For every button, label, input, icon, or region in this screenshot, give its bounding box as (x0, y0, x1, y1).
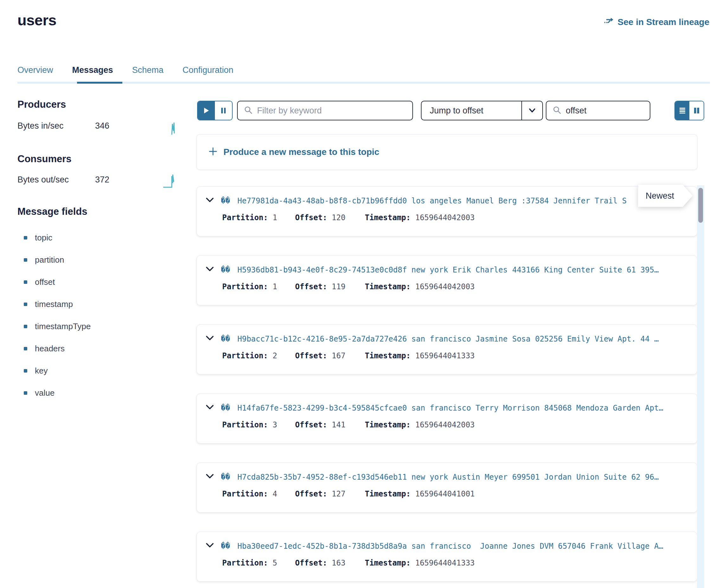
message-preview[interactable]: H5936db81-b943-4e0f-8c29-74513e0c0d8f ne… (238, 266, 688, 276)
timestamp-field: Timestamp: 1659644042003 (365, 213, 475, 222)
message-meta: Partition: 5 Offset: 163 Timestamp: 1659… (197, 559, 697, 570)
chevron-down-icon[interactable] (206, 474, 214, 481)
message-row[interactable]: �� Hba30eed7-1edc-452b-8b1a-738d3b5d8a9a… (197, 532, 697, 582)
field-bullet-icon (24, 236, 27, 239)
field-label: partition (35, 255, 64, 265)
offset-field: Offset: 119 (295, 282, 346, 291)
produce-message-button[interactable]: Produce a new message to this topic (197, 134, 697, 170)
offset-field: Offset: 141 (295, 420, 346, 429)
play-button[interactable] (198, 101, 215, 120)
chevron-down-icon[interactable] (206, 267, 214, 273)
bytes-in-label: Bytes in/sec (17, 121, 64, 131)
message-preview[interactable]: H9bacc71c-b12c-4216-8e95-2a7da727e426 sa… (238, 335, 688, 345)
field-item-topic[interactable]: topic (24, 233, 52, 243)
field-bullet-icon (24, 369, 27, 373)
message-row[interactable]: �� He77981da-4a43-48ab-b8f8-cb71b96ffdd0… (197, 186, 697, 236)
partition-field: Partition: 1 (222, 213, 277, 222)
field-item-timestampType[interactable]: timestampType (24, 321, 91, 331)
list-view-button[interactable] (675, 101, 689, 120)
offset-field: Offset: 163 (295, 559, 346, 567)
newest-tooltip: Newest (638, 185, 693, 207)
message-meta: Partition: 2 Offset: 167 Timestamp: 1659… (197, 351, 697, 363)
column-view-button[interactable] (689, 101, 704, 120)
field-label: offset (35, 277, 55, 287)
bytes-out-label: Bytes out/sec (17, 175, 69, 185)
message-key-icon: �� (221, 403, 230, 412)
partition-field: Partition: 1 (222, 282, 277, 291)
bytes-out-sparkline (163, 174, 178, 189)
field-item-timestamp[interactable]: timestamp (24, 299, 73, 309)
message-row[interactable]: �� H7cda825b-35b7-4952-88ef-c193d546eb11… (197, 463, 697, 512)
lineage-arrows-icon (604, 17, 614, 27)
field-item-headers[interactable]: headers (24, 344, 65, 354)
tabs-bar: OverviewMessagesSchemaConfiguration (17, 65, 233, 83)
filter-input[interactable] (257, 106, 406, 115)
scrollbar-thumb[interactable] (698, 188, 703, 223)
tab-messages[interactable]: Messages (72, 65, 113, 83)
field-bullet-icon (24, 302, 27, 306)
chevron-down-icon[interactable] (206, 336, 214, 342)
newest-label: Newest (638, 185, 693, 207)
chevron-down-icon[interactable] (206, 404, 214, 412)
produce-message-label: Produce a new message to this topic (224, 147, 379, 157)
message-preview[interactable]: H7cda825b-35b7-4952-88ef-c193d546eb11 ne… (238, 473, 688, 483)
plus-icon (209, 147, 217, 157)
search-icon (244, 106, 253, 115)
message-preview[interactable]: H14fa67fe-5823-4299-b3c4-595845cfcae0 sa… (238, 404, 688, 414)
partition-field: Partition: 4 (222, 489, 277, 498)
message-meta: Partition: 4 Offset: 127 Timestamp: 1659… (197, 489, 697, 501)
message-key-icon: �� (221, 542, 230, 550)
bytes-in-value: 346 (95, 121, 109, 131)
message-key-icon: �� (221, 265, 230, 274)
field-label: key (35, 366, 47, 376)
timestamp-field: Timestamp: 1659644041333 (365, 559, 475, 567)
field-bullet-icon (24, 280, 27, 284)
active-tab-underline (77, 82, 122, 84)
bytes-out-value: 372 (95, 175, 109, 185)
field-item-key[interactable]: key (24, 366, 47, 376)
lineage-label: See in Stream lineage (618, 17, 709, 27)
field-label: value (35, 388, 55, 398)
message-preview[interactable]: Hba30eed7-1edc-452b-8b1a-738d3b5d8a9a sa… (238, 542, 688, 552)
chevron-down-icon[interactable] (206, 197, 214, 204)
message-preview[interactable]: He77981da-4a43-48ab-b8f8-cb71b96ffdd0 lo… (238, 196, 688, 207)
offset-field: Offset: 167 (295, 351, 346, 360)
message-row[interactable]: �� H14fa67fe-5823-4299-b3c4-595845cfcae0… (197, 394, 697, 443)
offset-field: Offset: 120 (295, 213, 346, 222)
field-item-offset[interactable]: offset (24, 277, 55, 287)
offset-input[interactable] (566, 106, 678, 115)
jump-to-offset-select[interactable]: Jump to offset (421, 101, 543, 120)
pause-button[interactable] (215, 101, 232, 120)
message-key-icon: �� (221, 472, 230, 481)
timestamp-field: Timestamp: 1659644041333 (365, 351, 475, 360)
producers-heading: Producers (17, 99, 66, 110)
partition-field: Partition: 3 (222, 420, 277, 429)
offset-search-box (546, 101, 651, 120)
message-meta: Partition: 3 Offset: 141 Timestamp: 1659… (197, 420, 697, 432)
field-label: timestamp (35, 299, 73, 309)
filter-box (237, 101, 413, 120)
field-bullet-icon (24, 325, 27, 328)
message-key-icon: �� (221, 334, 230, 343)
tab-configuration[interactable]: Configuration (183, 65, 233, 83)
field-bullet-icon (24, 391, 27, 395)
field-item-partition[interactable]: partition (24, 255, 64, 265)
jump-to-offset-label: Jump to offset (421, 106, 521, 115)
tab-overview[interactable]: Overview (17, 65, 53, 83)
bytes-in-sparkline (170, 122, 177, 137)
topic-messages-page: users See in Stream lineage OverviewMess… (0, 0, 722, 588)
tab-schema[interactable]: Schema (132, 65, 164, 83)
timestamp-field: Timestamp: 1659644041001 (365, 489, 475, 498)
chevron-down-icon[interactable] (206, 543, 214, 550)
message-row[interactable]: �� H9bacc71c-b12c-4216-8e95-2a7da727e426… (197, 324, 697, 375)
scrollbar-track[interactable] (697, 185, 704, 588)
field-label: topic (35, 233, 52, 243)
timestamp-field: Timestamp: 1659644042003 (365, 420, 475, 429)
field-bullet-icon (24, 258, 27, 262)
message-row[interactable]: �� H5936db81-b943-4e0f-8c29-74513e0c0d8f… (197, 255, 697, 306)
message-meta: Partition: 1 Offset: 119 Timestamp: 1659… (197, 282, 697, 294)
stream-lineage-link[interactable]: See in Stream lineage (604, 17, 709, 27)
consumers-heading: Consumers (17, 153, 71, 165)
field-label: timestampType (35, 321, 91, 331)
field-item-value[interactable]: value (24, 388, 55, 398)
